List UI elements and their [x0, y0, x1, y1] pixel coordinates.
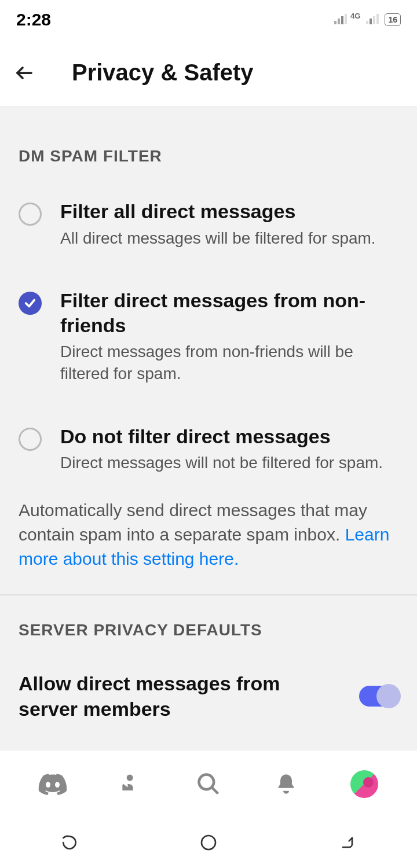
signal-icon — [334, 13, 347, 27]
filter-option-none[interactable]: Do not filter direct messages Direct mes… — [0, 404, 417, 494]
allow-dm-toggle[interactable] — [359, 686, 398, 707]
friends-icon — [118, 771, 144, 797]
svg-rect-3 — [345, 14, 347, 24]
home-button[interactable] — [197, 831, 220, 854]
nav-profile[interactable] — [348, 768, 381, 800]
bottom-nav — [0, 750, 417, 817]
footer-text: Automatically send direct messages that … — [19, 501, 367, 544]
option-title: Filter direct messages from non-friends — [60, 288, 398, 337]
svg-rect-0 — [334, 21, 336, 24]
svg-line-10 — [211, 787, 218, 793]
nav-home[interactable] — [36, 768, 69, 800]
svg-point-9 — [199, 774, 214, 789]
dm-spam-filter-label: DM SPAM FILTER — [0, 106, 417, 179]
page-title: Privacy & Safety — [72, 60, 254, 86]
radio-unchecked-icon — [19, 203, 42, 226]
back-button[interactable] — [12, 60, 37, 86]
bell-icon — [275, 773, 298, 796]
radio-checked-icon — [19, 292, 42, 315]
battery-icon: 16 — [385, 13, 401, 26]
dm-filter-footer: Automatically send direct messages that … — [0, 494, 417, 594]
status-indicators: 4G 16 — [334, 13, 401, 27]
option-desc: Direct messages will not be filtered for… — [60, 452, 398, 474]
svg-rect-7 — [376, 14, 379, 24]
option-desc: Direct messages from non-friends will be… — [60, 341, 398, 385]
svg-rect-4 — [366, 21, 368, 24]
nav-search[interactable] — [192, 768, 225, 800]
page-header: Privacy & Safety — [0, 39, 417, 106]
filter-option-all[interactable]: Filter all direct messages All direct me… — [0, 179, 417, 269]
option-desc: All direct messages will be filtered for… — [60, 227, 398, 249]
svg-rect-6 — [373, 16, 375, 24]
option-title: Filter all direct messages — [60, 199, 398, 224]
filter-option-non-friends[interactable]: Filter direct messages from non-friends … — [0, 269, 417, 404]
status-bar: 2:28 4G 16 — [0, 0, 417, 39]
recent-apps-button[interactable] — [58, 831, 81, 854]
server-privacy-label: SERVER PRIVACY DEFAULTS — [0, 595, 417, 653]
back-system-button[interactable] — [336, 831, 359, 854]
toggle-knob — [376, 684, 401, 708]
allow-dm-row[interactable]: Allow direct messages from server member… — [0, 653, 417, 739]
svg-point-11 — [202, 836, 215, 849]
radio-unchecked-icon — [19, 428, 42, 451]
discord-icon — [38, 773, 67, 795]
search-icon — [196, 771, 221, 797]
network-type: 4G — [350, 12, 360, 20]
allow-dm-label: Allow direct messages from server member… — [19, 671, 359, 722]
status-time: 2:28 — [16, 10, 51, 30]
wifi-signal-icon — [366, 13, 379, 27]
option-title: Do not filter direct messages — [60, 424, 398, 449]
svg-rect-5 — [370, 19, 372, 24]
svg-rect-2 — [341, 16, 343, 24]
avatar-icon — [350, 770, 378, 798]
nav-friends[interactable] — [115, 768, 147, 800]
system-nav — [0, 817, 417, 868]
nav-notifications[interactable] — [270, 768, 302, 800]
svg-rect-1 — [338, 19, 340, 24]
settings-content: DM SPAM FILTER Filter all direct message… — [0, 106, 417, 750]
